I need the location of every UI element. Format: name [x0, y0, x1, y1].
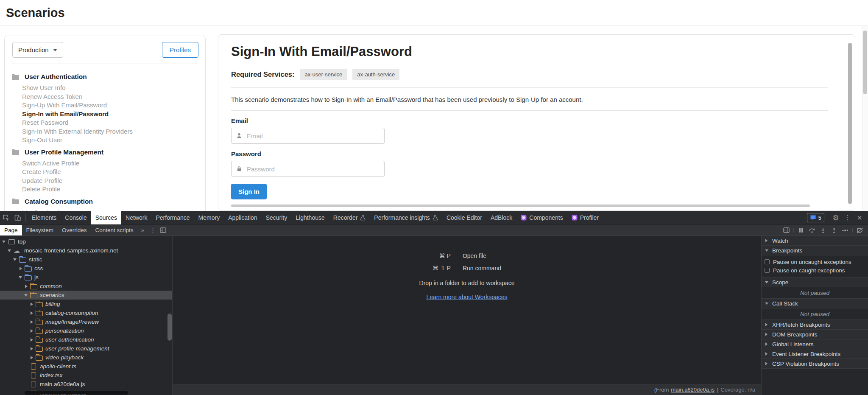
close-devtools-icon[interactable]: ×: [854, 211, 865, 224]
checkbox-unchecked[interactable]: [765, 259, 770, 264]
nav-item-switch-active-profile[interactable]: Switch Active Profile: [5, 159, 205, 168]
expand-debugger-panel-icon[interactable]: [781, 225, 792, 235]
tree-row-static[interactable]: static: [0, 255, 172, 264]
section-breakpoints[interactable]: Breakpoints: [762, 246, 868, 255]
tree-row-common[interactable]: common: [0, 282, 172, 291]
navigator-tab-overrides[interactable]: Overrides: [58, 225, 91, 235]
tree-row-personalization[interactable]: personalization: [0, 326, 172, 335]
tab-recorder[interactable]: Recorder: [329, 211, 370, 224]
overflow-tabs-chevron-icon[interactable]: »: [138, 225, 148, 235]
toolbar-divider: [852, 228, 853, 233]
tab-performance[interactable]: Performance: [151, 211, 194, 224]
tab-security[interactable]: Security: [262, 211, 292, 224]
nav-item-sign-out[interactable]: Sign-Out User: [5, 136, 205, 145]
sign-in-button[interactable]: Sign In: [231, 184, 267, 199]
navigator-kebab-menu-icon[interactable]: ⋮: [148, 225, 158, 235]
service-badge: ax-user-service: [300, 69, 347, 80]
status-file-link[interactable]: main.a620de0a.js: [671, 387, 714, 393]
tree-row-image-preview[interactable]: image/ImagePreview: [0, 317, 172, 326]
environment-dropdown[interactable]: Production: [12, 42, 63, 58]
step-over-icon[interactable]: [807, 225, 818, 235]
deactivate-breakpoints-icon[interactable]: [854, 225, 865, 235]
tab-lighthouse[interactable]: Lighthouse: [291, 211, 329, 224]
section-dom-breakpoints[interactable]: DOM Breakpoints: [762, 330, 868, 339]
tree-row-billing[interactable]: billing: [0, 300, 172, 308]
tree-row-user-authentication[interactable]: user-authentication: [0, 335, 172, 344]
tab-network[interactable]: Network: [121, 211, 151, 224]
section-xhr-breakpoints[interactable]: XHR/fetch Breakpoints: [762, 320, 868, 330]
collapse-navigator-panel-icon[interactable]: [158, 225, 168, 235]
step-icon[interactable]: [840, 225, 851, 235]
tree-row-top[interactable]: top: [0, 237, 172, 246]
tab-elements[interactable]: Elements: [28, 211, 61, 224]
pause-caught-exceptions-option[interactable]: Pause on caught exceptions: [762, 266, 868, 275]
issues-counter[interactable]: 5: [807, 213, 824, 222]
profiles-button[interactable]: Profiles: [162, 42, 198, 58]
tree-row-apollo-client[interactable]: apollo-client.ts: [0, 362, 172, 371]
detail-vertical-scrollbar[interactable]: [848, 43, 852, 204]
toolbar-divider: [828, 214, 828, 221]
service-badge: ax-auth-service: [352, 69, 399, 80]
email-label: Email: [231, 117, 828, 124]
tree-row-index-tsx[interactable]: index.tsx: [0, 371, 172, 380]
page-scrollbar[interactable]: [862, 26, 868, 211]
tree-horizontal-scrollbar[interactable]: [25, 391, 128, 395]
section-global-listeners[interactable]: Global Listeners: [762, 339, 868, 349]
tab-cookie-editor[interactable]: Cookie Editor: [442, 211, 486, 224]
sources-file-tree: top ☁mosaic-frontend-samples.axinom.net …: [0, 236, 173, 395]
pause-script-execution-icon[interactable]: [795, 225, 807, 235]
section-watch[interactable]: Watch: [762, 236, 868, 246]
nav-item-delete-profile[interactable]: Delete Profile: [5, 185, 205, 194]
nav-item-update-profile[interactable]: Update Profile: [5, 176, 205, 185]
pause-uncaught-exceptions-option[interactable]: Pause on uncaught exceptions: [762, 258, 868, 266]
tab-memory[interactable]: Memory: [194, 211, 224, 224]
tab-console[interactable]: Console: [61, 211, 91, 224]
learn-more-workspaces-link[interactable]: Learn more about Workspaces: [173, 294, 761, 300]
tree-row-main-js[interactable]: main.a620de0a.js: [0, 380, 172, 389]
tree-row-scenarios-selected[interactable]: scenarios: [0, 291, 172, 300]
tree-row-css[interactable]: css: [0, 264, 172, 273]
tree-vertical-scrollbar[interactable]: [167, 314, 172, 341]
tab-adblock[interactable]: AdBlock: [486, 211, 516, 224]
checkbox-unchecked[interactable]: [765, 268, 770, 273]
detail-horizontal-scrollbar[interactable]: [231, 205, 810, 207]
kebab-menu-icon[interactable]: ⋮: [842, 211, 854, 224]
tree-row-user-profile-management[interactable]: user-profile-management: [0, 344, 172, 353]
tab-performance-insights[interactable]: Performance insights: [370, 211, 442, 224]
shortcut-action: Open file: [463, 252, 501, 259]
nav-item-sign-up[interactable]: Sign-Up With Email/Password: [5, 101, 205, 110]
tree-row-js[interactable]: js: [0, 273, 172, 282]
nav-item-create-profile[interactable]: Create Profile: [5, 168, 205, 176]
section-event-listener-breakpoints[interactable]: Event Listener Breakpoints: [762, 349, 868, 359]
page-scrollbar-thumb[interactable]: [863, 31, 867, 94]
navigator-tab-content-scripts[interactable]: Content scripts: [91, 225, 138, 235]
nav-item-reset-password[interactable]: Reset Password: [5, 118, 205, 127]
step-into-icon[interactable]: [818, 225, 829, 235]
call-stack-not-paused: Not paused: [762, 308, 868, 320]
tab-components[interactable]: Components: [516, 211, 567, 224]
flask-icon: [360, 215, 366, 221]
step-out-icon[interactable]: [829, 225, 840, 235]
tree-row-domain[interactable]: ☁mosaic-frontend-samples.axinom.net: [0, 246, 172, 255]
password-field[interactable]: [231, 161, 385, 177]
tab-sources[interactable]: Sources: [91, 211, 121, 224]
section-scope[interactable]: Scope: [762, 277, 868, 287]
settings-gear-icon[interactable]: ⚙: [830, 211, 842, 224]
email-field[interactable]: [231, 128, 385, 144]
tab-profiler[interactable]: Profiler: [567, 211, 603, 224]
device-toolbar-icon[interactable]: [12, 211, 24, 224]
section-call-stack[interactable]: Call Stack: [762, 299, 868, 308]
section-csp-violation-breakpoints[interactable]: CSP Violation Breakpoints: [762, 359, 868, 369]
nav-section-user-profile-management: User Profile Management: [5, 145, 205, 159]
tree-row-catalog-consumption[interactable]: catalog-consumption: [0, 308, 172, 317]
tree-row-video-playback[interactable]: video-playback: [0, 353, 172, 362]
nav-item-renew-access-token[interactable]: Renew Access Token: [5, 92, 205, 101]
tab-application[interactable]: Application: [224, 211, 262, 224]
inspect-element-icon[interactable]: [0, 211, 12, 224]
navigator-tab-page[interactable]: Page: [0, 225, 22, 235]
nav-item-show-user-info[interactable]: Show User Info: [5, 84, 205, 92]
nav-item-sign-in-selected[interactable]: Sign-In with Email/Password: [5, 110, 205, 119]
nav-item-external-idp[interactable]: Sign-In With External Identity Providers: [5, 127, 205, 136]
status-from-prefix: (From: [654, 387, 669, 393]
navigator-tab-filesystem[interactable]: Filesystem: [22, 225, 58, 235]
